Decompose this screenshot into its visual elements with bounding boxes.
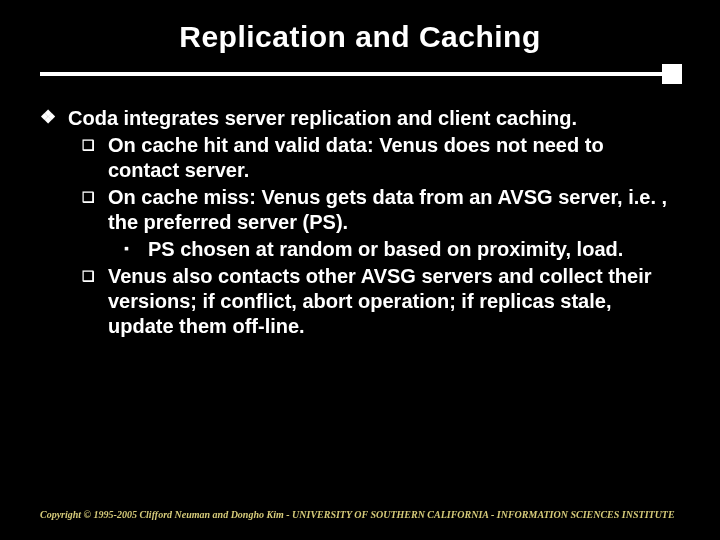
bullet-text: On cache hit and valid data: Venus does … <box>108 133 680 183</box>
bullet-level-2: ❑ On cache hit and valid data: Venus doe… <box>82 133 680 183</box>
square-bullet-icon: ❑ <box>82 185 108 235</box>
bullet-text: Coda integrates server replication and c… <box>68 106 680 131</box>
bullet-text: On cache miss: Venus gets data from an A… <box>108 185 680 235</box>
slide: Replication and Caching ❖ Coda integrate… <box>0 0 720 540</box>
bullet-level-2: ❑ On cache miss: Venus gets data from an… <box>82 185 680 235</box>
filled-square-bullet-icon: ▪ <box>124 237 148 262</box>
diamond-bullet-icon: ❖ <box>40 106 68 131</box>
square-bullet-icon: ❑ <box>82 264 108 339</box>
copyright-footer: Copyright © 1995-2005 Clifford Neuman an… <box>40 509 675 520</box>
slide-title: Replication and Caching <box>40 20 680 54</box>
bullet-text: Venus also contacts other AVSG servers a… <box>108 264 680 339</box>
bullet-level-2: ❑ Venus also contacts other AVSG servers… <box>82 264 680 339</box>
bullet-text: PS chosen at random or based on proximit… <box>148 237 680 262</box>
title-rule <box>40 72 680 76</box>
bullet-level-3: ▪ PS chosen at random or based on proxim… <box>124 237 680 262</box>
slide-content: ❖ Coda integrates server replication and… <box>40 106 680 339</box>
bullet-level-1: ❖ Coda integrates server replication and… <box>40 106 680 131</box>
square-bullet-icon: ❑ <box>82 133 108 183</box>
